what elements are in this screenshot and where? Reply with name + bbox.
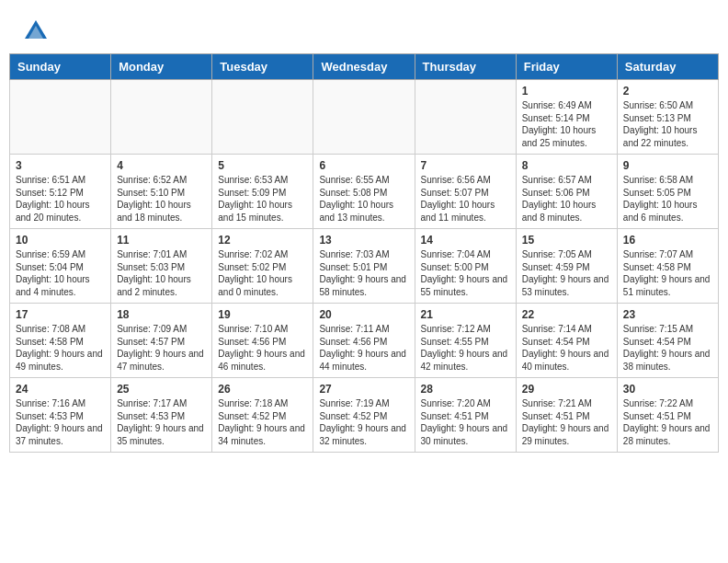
calendar-cell: 14Sunrise: 7:04 AM Sunset: 5:00 PM Dayli… bbox=[415, 229, 516, 304]
day-info: Sunrise: 7:10 AM Sunset: 4:56 PM Dayligh… bbox=[218, 323, 307, 373]
calendar-cell: 24Sunrise: 7:16 AM Sunset: 4:53 PM Dayli… bbox=[10, 378, 111, 453]
calendar-cell bbox=[10, 80, 111, 155]
day-number: 20 bbox=[319, 308, 408, 321]
day-info: Sunrise: 7:03 AM Sunset: 5:01 PM Dayligh… bbox=[319, 248, 408, 298]
calendar-cell: 28Sunrise: 7:20 AM Sunset: 4:51 PM Dayli… bbox=[415, 378, 516, 453]
day-number: 9 bbox=[623, 159, 712, 172]
day-info: Sunrise: 7:20 AM Sunset: 4:51 PM Dayligh… bbox=[421, 397, 510, 447]
calendar-cell: 29Sunrise: 7:21 AM Sunset: 4:51 PM Dayli… bbox=[516, 378, 617, 453]
day-info: Sunrise: 6:50 AM Sunset: 5:13 PM Dayligh… bbox=[623, 99, 712, 149]
calendar-cell: 5Sunrise: 6:53 AM Sunset: 5:09 PM Daylig… bbox=[212, 155, 313, 229]
day-number: 2 bbox=[623, 85, 712, 98]
calendar-cell: 19Sunrise: 7:10 AM Sunset: 4:56 PM Dayli… bbox=[212, 304, 313, 378]
calendar-cell: 4Sunrise: 6:52 AM Sunset: 5:10 PM Daylig… bbox=[111, 155, 212, 229]
day-number: 19 bbox=[218, 308, 307, 321]
weekday-header: Saturday bbox=[617, 54, 718, 80]
weekday-header: Wednesday bbox=[313, 54, 415, 80]
day-info: Sunrise: 7:22 AM Sunset: 4:51 PM Dayligh… bbox=[623, 397, 712, 447]
calendar-cell: 30Sunrise: 7:22 AM Sunset: 4:51 PM Dayli… bbox=[617, 378, 718, 453]
calendar-cell: 12Sunrise: 7:02 AM Sunset: 5:02 PM Dayli… bbox=[212, 229, 313, 304]
calendar-cell: 25Sunrise: 7:17 AM Sunset: 4:53 PM Dayli… bbox=[111, 378, 212, 453]
day-number: 26 bbox=[218, 383, 307, 396]
logo bbox=[23, 18, 51, 44]
calendar-week-row: 3Sunrise: 6:51 AM Sunset: 5:12 PM Daylig… bbox=[10, 155, 719, 229]
day-number: 16 bbox=[623, 234, 712, 247]
day-number: 14 bbox=[421, 234, 510, 247]
calendar-cell: 11Sunrise: 7:01 AM Sunset: 5:03 PM Dayli… bbox=[111, 229, 212, 304]
day-number: 12 bbox=[218, 234, 307, 247]
day-info: Sunrise: 7:18 AM Sunset: 4:52 PM Dayligh… bbox=[218, 397, 307, 447]
day-number: 21 bbox=[421, 308, 510, 321]
day-number: 27 bbox=[319, 383, 408, 396]
day-number: 28 bbox=[421, 383, 510, 396]
day-number: 5 bbox=[218, 159, 307, 172]
calendar-table: SundayMondayTuesdayWednesdayThursdayFrid… bbox=[9, 53, 719, 453]
day-number: 29 bbox=[522, 383, 611, 396]
calendar-cell: 21Sunrise: 7:12 AM Sunset: 4:55 PM Dayli… bbox=[415, 304, 516, 378]
calendar-cell: 9Sunrise: 6:58 AM Sunset: 5:05 PM Daylig… bbox=[617, 155, 718, 229]
day-number: 18 bbox=[117, 308, 206, 321]
calendar-cell: 10Sunrise: 6:59 AM Sunset: 5:04 PM Dayli… bbox=[10, 229, 111, 304]
day-info: Sunrise: 7:09 AM Sunset: 4:57 PM Dayligh… bbox=[117, 323, 206, 373]
calendar-cell bbox=[111, 80, 212, 155]
day-info: Sunrise: 6:56 AM Sunset: 5:07 PM Dayligh… bbox=[421, 174, 510, 224]
calendar-cell: 2Sunrise: 6:50 AM Sunset: 5:13 PM Daylig… bbox=[617, 80, 718, 155]
page-header bbox=[9, 9, 719, 49]
day-number: 7 bbox=[421, 159, 510, 172]
day-info: Sunrise: 6:59 AM Sunset: 5:04 PM Dayligh… bbox=[16, 248, 105, 298]
day-number: 8 bbox=[522, 159, 611, 172]
calendar-cell: 3Sunrise: 6:51 AM Sunset: 5:12 PM Daylig… bbox=[10, 155, 111, 229]
day-number: 23 bbox=[623, 308, 712, 321]
calendar-cell: 27Sunrise: 7:19 AM Sunset: 4:52 PM Dayli… bbox=[313, 378, 415, 453]
calendar-cell: 15Sunrise: 7:05 AM Sunset: 4:59 PM Dayli… bbox=[516, 229, 617, 304]
day-info: Sunrise: 6:58 AM Sunset: 5:05 PM Dayligh… bbox=[623, 174, 712, 224]
weekday-header: Friday bbox=[516, 54, 617, 80]
calendar-cell: 23Sunrise: 7:15 AM Sunset: 4:54 PM Dayli… bbox=[617, 304, 718, 378]
calendar-cell: 22Sunrise: 7:14 AM Sunset: 4:54 PM Dayli… bbox=[516, 304, 617, 378]
day-number: 24 bbox=[16, 383, 105, 396]
weekday-header: Tuesday bbox=[212, 54, 313, 80]
day-info: Sunrise: 6:57 AM Sunset: 5:06 PM Dayligh… bbox=[522, 174, 611, 224]
day-info: Sunrise: 7:16 AM Sunset: 4:53 PM Dayligh… bbox=[16, 397, 105, 447]
day-info: Sunrise: 7:04 AM Sunset: 5:00 PM Dayligh… bbox=[421, 248, 510, 298]
calendar-cell: 7Sunrise: 6:56 AM Sunset: 5:07 PM Daylig… bbox=[415, 155, 516, 229]
day-number: 1 bbox=[522, 85, 611, 98]
day-info: Sunrise: 7:02 AM Sunset: 5:02 PM Dayligh… bbox=[218, 248, 307, 298]
day-number: 17 bbox=[16, 308, 105, 321]
day-info: Sunrise: 7:12 AM Sunset: 4:55 PM Dayligh… bbox=[421, 323, 510, 373]
day-info: Sunrise: 7:19 AM Sunset: 4:52 PM Dayligh… bbox=[319, 397, 408, 447]
day-number: 6 bbox=[319, 159, 408, 172]
day-info: Sunrise: 7:08 AM Sunset: 4:58 PM Dayligh… bbox=[16, 323, 105, 373]
calendar-cell bbox=[212, 80, 313, 155]
day-number: 13 bbox=[319, 234, 408, 247]
calendar-header-row: SundayMondayTuesdayWednesdayThursdayFrid… bbox=[10, 54, 719, 80]
day-info: Sunrise: 6:51 AM Sunset: 5:12 PM Dayligh… bbox=[16, 174, 105, 224]
calendar-cell: 8Sunrise: 6:57 AM Sunset: 5:06 PM Daylig… bbox=[516, 155, 617, 229]
day-number: 15 bbox=[522, 234, 611, 247]
day-info: Sunrise: 6:53 AM Sunset: 5:09 PM Dayligh… bbox=[218, 174, 307, 224]
calendar-cell: 17Sunrise: 7:08 AM Sunset: 4:58 PM Dayli… bbox=[10, 304, 111, 378]
day-info: Sunrise: 6:52 AM Sunset: 5:10 PM Dayligh… bbox=[117, 174, 206, 224]
weekday-header: Sunday bbox=[10, 54, 111, 80]
weekday-header: Monday bbox=[111, 54, 212, 80]
day-info: Sunrise: 7:11 AM Sunset: 4:56 PM Dayligh… bbox=[319, 323, 408, 373]
calendar-cell: 20Sunrise: 7:11 AM Sunset: 4:56 PM Dayli… bbox=[313, 304, 415, 378]
day-number: 4 bbox=[117, 159, 206, 172]
calendar-cell: 18Sunrise: 7:09 AM Sunset: 4:57 PM Dayli… bbox=[111, 304, 212, 378]
calendar-cell: 13Sunrise: 7:03 AM Sunset: 5:01 PM Dayli… bbox=[313, 229, 415, 304]
calendar-cell bbox=[415, 80, 516, 155]
day-number: 3 bbox=[16, 159, 105, 172]
day-number: 10 bbox=[16, 234, 105, 247]
calendar-cell: 6Sunrise: 6:55 AM Sunset: 5:08 PM Daylig… bbox=[313, 155, 415, 229]
calendar-cell bbox=[313, 80, 415, 155]
calendar-cell: 1Sunrise: 6:49 AM Sunset: 5:14 PM Daylig… bbox=[516, 80, 617, 155]
calendar-week-row: 1Sunrise: 6:49 AM Sunset: 5:14 PM Daylig… bbox=[10, 80, 719, 155]
day-number: 22 bbox=[522, 308, 611, 321]
day-info: Sunrise: 7:14 AM Sunset: 4:54 PM Dayligh… bbox=[522, 323, 611, 373]
calendar-cell: 26Sunrise: 7:18 AM Sunset: 4:52 PM Dayli… bbox=[212, 378, 313, 453]
calendar-cell: 16Sunrise: 7:07 AM Sunset: 4:58 PM Dayli… bbox=[617, 229, 718, 304]
day-info: Sunrise: 7:21 AM Sunset: 4:51 PM Dayligh… bbox=[522, 397, 611, 447]
day-info: Sunrise: 7:01 AM Sunset: 5:03 PM Dayligh… bbox=[117, 248, 206, 298]
day-number: 11 bbox=[117, 234, 206, 247]
weekday-header: Thursday bbox=[415, 54, 516, 80]
